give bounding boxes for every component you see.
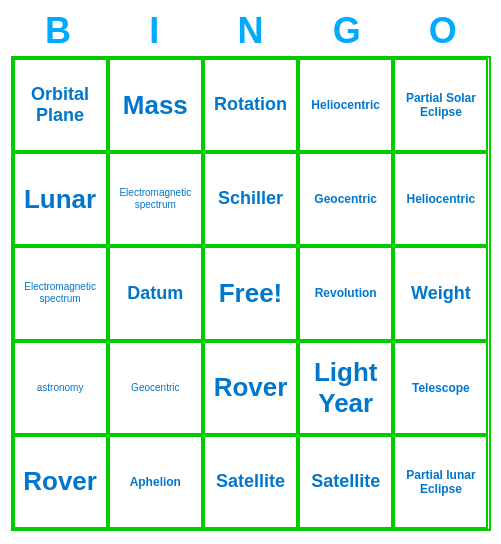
bingo-cell-18: Light Year	[298, 341, 393, 435]
bingo-cell-24: Partial lunar Eclipse	[393, 435, 488, 529]
bingo-cell-11: Datum	[108, 246, 203, 340]
bingo-cell-10: Electromagnetic spectrum	[13, 246, 108, 340]
bingo-cell-3: Heliocentric	[298, 58, 393, 152]
bingo-cell-9: Heliocentric	[393, 152, 488, 246]
bingo-cell-22: Satellite	[203, 435, 298, 529]
bingo-cell-8: Geocentric	[298, 152, 393, 246]
bingo-header: B I N G O	[10, 10, 491, 52]
letter-i: I	[109, 10, 199, 52]
bingo-cell-5: Lunar	[13, 152, 108, 246]
bingo-cell-2: Rotation	[203, 58, 298, 152]
letter-o: O	[398, 10, 488, 52]
bingo-cell-23: Satellite	[298, 435, 393, 529]
letter-b: B	[13, 10, 103, 52]
bingo-cell-0: Orbital Plane	[13, 58, 108, 152]
bingo-cell-15: astronomy	[13, 341, 108, 435]
bingo-cell-12: Free!	[203, 246, 298, 340]
bingo-cell-16: Geocentric	[108, 341, 203, 435]
letter-n: N	[205, 10, 295, 52]
bingo-cell-1: Mass	[108, 58, 203, 152]
bingo-cell-13: Revolution	[298, 246, 393, 340]
bingo-cell-4: Partial Solar Eclipse	[393, 58, 488, 152]
bingo-cell-19: Telescope	[393, 341, 488, 435]
bingo-cell-14: Weight	[393, 246, 488, 340]
bingo-grid: Orbital PlaneMassRotationHeliocentricPar…	[11, 56, 491, 531]
bingo-cell-20: Rover	[13, 435, 108, 529]
bingo-cell-7: Schiller	[203, 152, 298, 246]
letter-g: G	[302, 10, 392, 52]
bingo-cell-21: Aphelion	[108, 435, 203, 529]
bingo-cell-6: Electromagnetic spectrum	[108, 152, 203, 246]
bingo-cell-17: Rover	[203, 341, 298, 435]
